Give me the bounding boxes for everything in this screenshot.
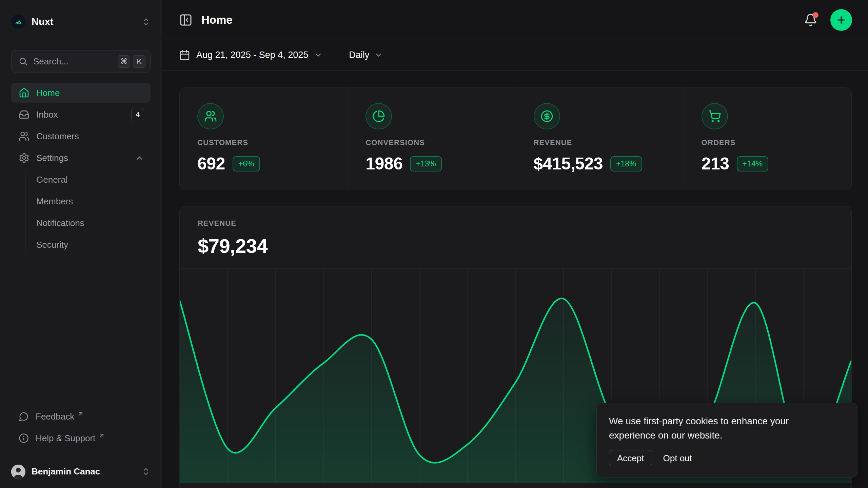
header-actions [804, 9, 852, 31]
sidebar-item-settings[interactable]: Settings [11, 148, 151, 168]
notifications-button[interactable] [804, 13, 817, 27]
stat-icon-ring [534, 103, 560, 129]
app-root: Nuxt Search... ⌘ K Home Inbox 4 Cu [0, 0, 868, 488]
stat-icon-ring [702, 103, 728, 129]
kbd-cmd: ⌘ [118, 55, 130, 68]
sidebar-item-label: Inbox [36, 109, 58, 120]
feedback-link[interactable]: Feedback [11, 407, 151, 426]
sidebar-nav: Home Inbox 4 Customers Settings General … [11, 83, 151, 257]
search-input[interactable]: Search... ⌘ K [11, 50, 151, 73]
user-section: Benjamin Canac [0, 455, 162, 488]
cookie-message: We use first-party cookies to enhance yo… [609, 414, 826, 443]
collapse-sidebar-icon[interactable] [179, 13, 193, 27]
info-circle-icon [19, 433, 29, 443]
filters-toolbar: Aug 21, 2025 - Sep 4, 2025 Daily [162, 40, 868, 70]
revenue-chart-label: REVENUE [198, 219, 851, 228]
team-name: Nuxt [32, 16, 53, 27]
external-link-icon [78, 411, 84, 417]
stats-summary: CUSTOMERS 692 +6% CONVERSIONS 1986 +13% [179, 87, 852, 190]
sidebar-item-inbox[interactable]: Inbox 4 [11, 105, 151, 124]
stat-icon-ring [366, 103, 392, 129]
home-icon [19, 87, 29, 98]
stat-card-customers: CUSTOMERS 692 +6% [180, 88, 348, 190]
sidebar-item-label: Home [36, 88, 60, 98]
gear-icon [19, 152, 29, 163]
inbox-count-badge: 4 [131, 108, 144, 121]
stat-value: 213 [702, 154, 729, 174]
help-support-label: Help & Support [36, 433, 95, 444]
cookie-actions: Accept Opt out [609, 450, 846, 466]
search-icon [18, 57, 28, 66]
date-range-picker[interactable]: Aug 21, 2025 - Sep 4, 2025 [196, 50, 322, 60]
accept-cookies-button[interactable]: Accept [609, 450, 652, 466]
stat-card-revenue: REVENUE $415,523 +18% [516, 88, 684, 190]
users-icon [19, 131, 29, 142]
stat-label: REVENUE [534, 138, 684, 147]
dollar-circle-icon [540, 110, 553, 123]
inbox-icon [19, 109, 29, 120]
feedback-label: Feedback [36, 411, 74, 422]
sidebar-item-general[interactable]: General [36, 170, 151, 189]
revenue-chart-value: $79,234 [198, 235, 851, 257]
stat-delta-badge: +6% [233, 156, 260, 171]
search-shortcut: ⌘ K [118, 55, 145, 68]
revenue-chart-header: REVENUE $79,234 [180, 206, 851, 268]
opt-out-cookies-button[interactable]: Opt out [663, 453, 692, 464]
chevron-up-icon [135, 154, 144, 163]
nuxt-logo-icon [11, 15, 25, 29]
granularity-select[interactable]: Daily [349, 50, 383, 60]
page-title: Home [201, 14, 233, 26]
stat-delta-badge: +14% [737, 156, 768, 171]
sidebar-item-notifications[interactable]: Notifications [36, 213, 151, 233]
settings-subnav: General Members Notifications Security [11, 170, 151, 257]
stat-card-orders: ORDERS 213 +14% [684, 88, 851, 190]
shopping-cart-icon [708, 110, 721, 123]
pie-chart-icon [372, 110, 385, 123]
calendar-icon [179, 49, 190, 61]
stat-delta-badge: +18% [610, 156, 642, 171]
stat-value: 692 [197, 154, 225, 174]
stat-label: CUSTOMERS [197, 138, 348, 147]
sidebar: Nuxt Search... ⌘ K Home Inbox 4 Cu [0, 0, 162, 488]
granularity-value: Daily [349, 50, 369, 60]
avatar [11, 465, 25, 479]
sidebar-item-customers[interactable]: Customers [11, 126, 151, 146]
stat-delta-badge: +13% [410, 156, 441, 171]
search-placeholder: Search... [33, 56, 68, 67]
stat-label: CONVERSIONS [366, 138, 515, 147]
sidebar-item-home[interactable]: Home [11, 83, 151, 103]
external-link-icon [99, 432, 105, 439]
add-button[interactable] [830, 9, 852, 31]
stat-label: ORDERS [702, 138, 851, 147]
stat-icon-ring [197, 103, 224, 129]
user-menu[interactable]: Benjamin Canac [11, 465, 151, 479]
sidebar-footer: Feedback Help & Support [11, 407, 151, 450]
stat-card-conversions: CONVERSIONS 1986 +13% [348, 88, 515, 190]
notification-dot [813, 12, 818, 18]
stat-value: $415,523 [534, 154, 603, 174]
chevron-down-icon [314, 51, 322, 59]
team-switcher[interactable]: Nuxt [11, 14, 151, 29]
date-range-value: Aug 21, 2025 - Sep 4, 2025 [196, 50, 308, 60]
page-header: Home [162, 0, 868, 40]
sidebar-item-members[interactable]: Members [36, 191, 151, 211]
kbd-k: K [133, 55, 145, 68]
sidebar-item-label: Settings [36, 153, 68, 163]
chat-bubble-icon [19, 411, 29, 422]
help-support-link[interactable]: Help & Support [11, 428, 151, 448]
users-icon [204, 110, 217, 123]
chevrons-up-down-icon [141, 17, 151, 26]
plus-icon [836, 15, 847, 25]
sidebar-item-security[interactable]: Security [36, 235, 151, 255]
cookie-consent-toast: We use first-party cookies to enhance yo… [596, 403, 858, 477]
user-name: Benjamin Canac [32, 466, 100, 477]
sidebar-item-label: Customers [36, 131, 79, 142]
stat-value: 1986 [366, 154, 402, 174]
chevrons-up-down-icon [141, 467, 151, 476]
chevron-down-icon [374, 51, 383, 59]
